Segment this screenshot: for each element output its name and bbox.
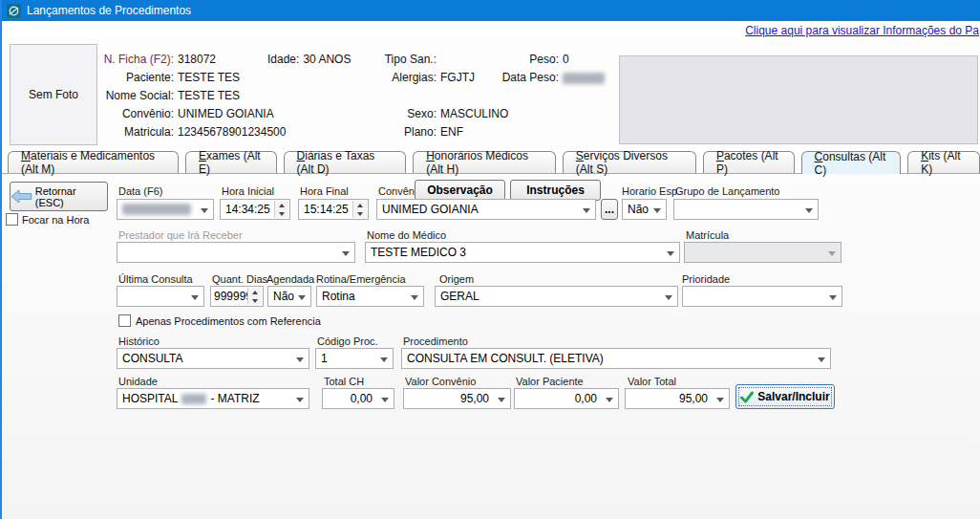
valor-total-combobox[interactable]: 95,00 bbox=[625, 388, 730, 409]
agendada-label: Agendada bbox=[266, 273, 314, 285]
salvar-incluir-button[interactable]: Salvar/Incluir bbox=[735, 384, 835, 409]
tab-diarias-taxas[interactable]: Diárias e Taxas (Alt D) bbox=[284, 151, 407, 173]
nome-social-label: Nome Social: bbox=[97, 89, 174, 102]
alergias-label: Alergias: bbox=[327, 71, 437, 84]
quant-dias-label: Quant. Dias bbox=[212, 273, 267, 285]
instrucoes-button[interactable]: Instruções bbox=[510, 180, 601, 201]
tab-pacotes[interactable]: Pacotes (Alt P) bbox=[703, 151, 795, 173]
horario-esp-label: Horario Esp. bbox=[622, 185, 680, 197]
convenio-more-button[interactable]: ... bbox=[601, 199, 618, 220]
tab-honorarios[interactable]: Honorários Médicos (Alt H) bbox=[413, 151, 556, 173]
dropdown-arrow-icon bbox=[498, 398, 505, 402]
procedimento-value: CONSULTA EM CONSULT. (ELETIVA) bbox=[407, 352, 604, 365]
tipo-san-field: Tipo San.: bbox=[327, 53, 440, 66]
apenas-referencia-checkbox[interactable] bbox=[118, 314, 131, 327]
check-icon bbox=[740, 391, 754, 403]
plano-value: ENF bbox=[440, 125, 463, 139]
observacao-button[interactable]: Observação bbox=[415, 180, 505, 201]
unidade-combobox[interactable]: HOSPITAL - MATRIZ bbox=[117, 388, 309, 409]
ultima-consulta-combobox[interactable] bbox=[117, 286, 204, 307]
hora-inicial-spinner[interactable]: 14:34:25 bbox=[220, 199, 290, 220]
convenio-combobox[interactable]: UNIMED GOIANIA bbox=[376, 199, 596, 220]
unidade-redacted-part bbox=[181, 394, 206, 404]
codigo-proc-label: Código Proc. bbox=[317, 335, 378, 347]
tab-label: C bbox=[815, 150, 823, 163]
hora-final-label: Hora Final bbox=[300, 185, 349, 197]
dropdown-arrow-icon bbox=[583, 208, 590, 213]
origem-combobox[interactable]: GERAL bbox=[435, 286, 678, 307]
tab-materiais[interactable]: Materiais e Medicamentos (Alt M) bbox=[8, 151, 179, 173]
unidade-value-suffix: - MATRIZ bbox=[210, 392, 259, 405]
no-photo-label: Sem Foto bbox=[29, 88, 78, 101]
quant-dias-spinner[interactable]: 999999 bbox=[210, 286, 264, 307]
data-combobox[interactable] bbox=[117, 199, 214, 220]
retornar-label: Retornar (ESC) bbox=[35, 185, 107, 208]
data-peso-redacted-value bbox=[563, 73, 605, 84]
focar-na-hora-checkbox[interactable] bbox=[6, 213, 18, 226]
retornar-button[interactable]: Retornar (ESC) bbox=[10, 182, 108, 211]
procedimento-label: Procedimento bbox=[403, 335, 468, 347]
plano-field: Plano:ENF bbox=[327, 125, 463, 139]
nome-medico-combobox[interactable]: TESTE MEDICO 3 bbox=[365, 242, 680, 263]
data-label: Data (F6) bbox=[118, 185, 162, 197]
tab-label: erviços Diversos (Alt S) bbox=[576, 149, 668, 176]
tab-label: M bbox=[21, 149, 31, 162]
prestador-combobox[interactable] bbox=[117, 242, 355, 263]
total-ch-combobox[interactable]: 0,00 bbox=[322, 388, 394, 409]
horario-esp-combobox[interactable]: Não bbox=[622, 199, 667, 220]
alergias-field: Alergias:FGJTJ bbox=[327, 71, 475, 84]
grupo-lancamento-combobox[interactable] bbox=[673, 199, 819, 220]
nome-social-field: Nome Social:TESTE TES bbox=[97, 89, 240, 102]
matricula-header-label: Matricula: bbox=[97, 125, 174, 139]
dropdown-arrow-icon bbox=[380, 357, 388, 362]
codigo-proc-combobox[interactable]: 1 bbox=[315, 348, 394, 369]
horario-esp-value: Não bbox=[628, 203, 649, 216]
focar-na-hora-label: Focar na Hora bbox=[22, 214, 89, 226]
tab-consultas[interactable]: Consultas (Alt C) bbox=[801, 151, 902, 174]
origem-value: GERAL bbox=[440, 290, 479, 303]
convenio-header-label: Convênio: bbox=[97, 107, 174, 120]
dropdown-arrow-icon bbox=[828, 251, 836, 256]
title-bar[interactable]: Lançamentos de Procedimentos bbox=[2, 0, 980, 21]
dropdown-arrow-icon bbox=[342, 251, 350, 256]
tab-servicos-diversos[interactable]: Serviços Diversos (Alt S) bbox=[563, 151, 696, 173]
dropdown-arrow-icon bbox=[298, 295, 306, 300]
tab-kits[interactable]: Kits (Alt K) bbox=[907, 151, 980, 173]
total-ch-value: 0,00 bbox=[351, 392, 373, 405]
rotina-emergencia-combobox[interactable]: Rotina bbox=[316, 286, 424, 307]
patient-info-link[interactable]: Clique aqui para visualizar Informações … bbox=[745, 24, 979, 37]
paciente-value: TESTE TES bbox=[178, 71, 240, 84]
valor-convenio-value: 95,00 bbox=[460, 392, 489, 405]
consultas-tab-panel: Retornar (ESC) Focar na Hora Data (F6) H… bbox=[2, 173, 980, 519]
spinner[interactable] bbox=[274, 201, 288, 218]
agendada-combobox[interactable]: Não bbox=[267, 286, 311, 307]
valor-convenio-combobox[interactable]: 95,00 bbox=[403, 388, 511, 409]
agendada-value: Não bbox=[273, 290, 294, 303]
hora-final-spinner[interactable]: 15:14:25 bbox=[298, 199, 369, 220]
tab-exames[interactable]: Exames (Alt E) bbox=[185, 151, 277, 173]
origem-label: Origem bbox=[439, 273, 474, 285]
spinner-down-icon bbox=[252, 299, 258, 303]
prioridade-combobox[interactable] bbox=[682, 286, 842, 307]
peso-value: 0 bbox=[563, 53, 569, 66]
valor-paciente-label: Valor Paciente bbox=[516, 376, 584, 387]
total-ch-label: Total CH bbox=[324, 376, 364, 387]
spinner[interactable] bbox=[352, 201, 367, 218]
convenio-value: UNIMED GOIANIA bbox=[382, 203, 479, 216]
tab-label: ateriais e Medicamentos (Alt M) bbox=[21, 149, 155, 176]
dropdown-arrow-icon bbox=[411, 295, 418, 300]
valor-paciente-combobox[interactable]: 0,00 bbox=[514, 388, 619, 409]
historico-label: Histórico bbox=[118, 335, 160, 347]
matricula-combobox bbox=[684, 242, 842, 263]
grupo-lancamento-label: Grupo de Lançamento bbox=[675, 185, 779, 197]
historico-combobox[interactable]: CONSULTA bbox=[117, 348, 309, 369]
tab-label: iárias e Taxas (Alt D) bbox=[297, 149, 375, 176]
ficha-label: N. Ficha (F2): bbox=[97, 53, 174, 66]
ficha-value: 318072 bbox=[178, 53, 216, 66]
spinner[interactable] bbox=[247, 288, 262, 305]
tab-label: P bbox=[716, 149, 724, 162]
plano-label: Plano: bbox=[327, 125, 437, 139]
procedimento-combobox[interactable]: CONSULTA EM CONSULT. (ELETIVA) bbox=[401, 348, 831, 369]
valor-paciente-value: 0,00 bbox=[575, 392, 597, 405]
paciente-label: Paciente: bbox=[97, 71, 174, 84]
